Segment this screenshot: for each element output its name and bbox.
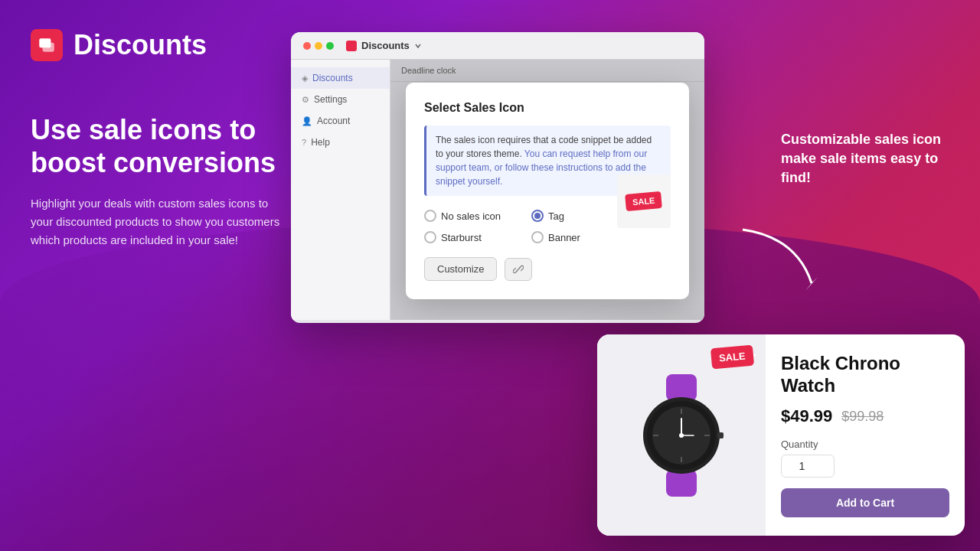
user-icon: 👤 [302,116,312,126]
tag-icon: ◈ [302,73,308,83]
svg-point-15 [679,433,684,438]
app-title-text: Discounts [361,40,410,51]
price-current: $49.99 [781,406,832,426]
app-sidebar: ◈ Discounts ⚙ Settings 👤 Account ? Help [291,60,390,320]
product-card: SALE Black Chrono Watch [597,334,965,536]
product-info: Black Chrono Watch $49.99 $99.98 Quantit… [766,334,965,536]
app-window-header: Discounts [291,32,704,60]
logo-area: Discounts [31,29,207,61]
modal-overlay: Select Sales Icon The sales icon require… [390,60,704,320]
app-body: ◈ Discounts ⚙ Settings 👤 Account ? Help … [291,60,704,320]
dot-red [303,42,311,50]
radio-btn-tag[interactable] [531,210,544,222]
select-sales-icon-modal: Select Sales Icon The sales icon require… [406,83,689,299]
sub-text: Highlight your deals with custom sales i… [31,194,291,249]
link-icon [513,264,524,275]
logo-icon [31,29,63,61]
left-content: Use sale icons to boost conversions High… [31,113,291,249]
product-name: Black Chrono Watch [781,353,949,397]
radio-banner[interactable]: Banner [531,231,623,243]
sale-tag-preview: SALE [617,174,671,228]
customize-button[interactable]: Customize [424,257,497,281]
help-icon: ? [302,138,306,147]
sidebar-item-account[interactable]: 👤 Account [291,110,390,132]
radio-btn-no-sales[interactable] [424,210,436,222]
sale-tag-icon: SALE [625,191,662,211]
app-main: Deadline clock Select Sales Icon The sal… [390,60,704,320]
sidebar-item-settings[interactable]: ⚙ Settings [291,89,390,110]
sidebar-item-discounts[interactable]: ◈ Discounts [291,67,390,89]
window-dots [303,42,334,50]
product-prices: $49.99 $99.98 [781,406,949,426]
radio-starburst[interactable]: Starburst [424,231,516,243]
chevron-down-icon [414,42,422,50]
svg-rect-5 [666,470,697,497]
main-headline: Use sale icons to boost conversions [31,113,291,179]
radio-no-sales-icon[interactable]: No sales icon [424,210,516,222]
watch-image [624,367,739,504]
app-title-icon [346,41,357,51]
quantity-input[interactable] [781,455,835,478]
dot-green [326,42,334,50]
right-description: Customizable sales icon make sale items … [781,130,949,188]
svg-rect-16 [717,432,724,439]
add-to-cart-button[interactable]: Add to Cart [781,488,949,517]
app-window: Discounts ◈ Discounts ⚙ Settings 👤 Accou… [291,32,704,323]
logo-title: Discounts [74,29,207,61]
radio-btn-banner[interactable] [531,231,544,243]
app-window-title: Discounts [346,40,422,51]
svg-rect-1 [43,43,54,52]
dot-yellow [315,42,322,50]
radio-btn-starburst[interactable] [424,231,436,243]
price-original: $99.98 [841,409,884,425]
radio-tag[interactable]: Tag [531,210,623,222]
product-sale-badge: SALE [710,345,754,370]
svg-line-3 [517,268,520,271]
arrow-svg [735,222,827,298]
modal-title: Select Sales Icon [424,101,671,115]
quantity-label: Quantity [781,439,949,450]
sidebar-item-help[interactable]: ? Help [291,132,390,153]
product-image-area: SALE [597,334,766,536]
gear-icon: ⚙ [302,95,309,105]
modal-options-row-2: Starburst Banner [424,231,671,243]
svg-rect-4 [666,374,697,401]
logo-svg [37,35,57,55]
arrow-container [735,222,827,302]
svg-marker-2 [805,277,818,291]
modal-buttons: Customize [424,257,671,281]
link-icon-button[interactable] [505,258,532,281]
